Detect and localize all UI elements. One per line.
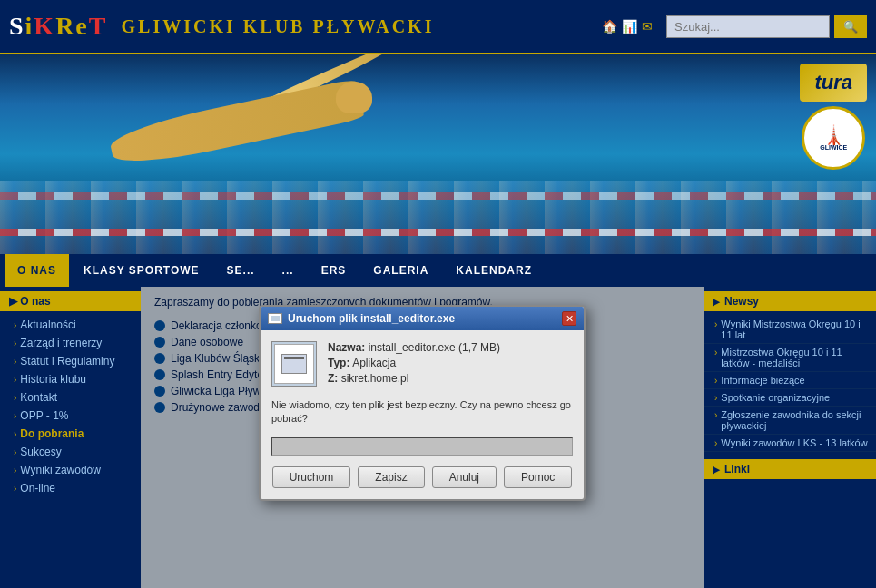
nav-item-kalendarz[interactable]: Kalendarz	[443, 254, 545, 287]
header: SiKReT Gliwicki Klub Pływacki 🏠 📊 ✉ 🔍	[0, 0, 876, 54]
newsy-label: Newsy	[724, 295, 759, 308]
arrow-icon: ›	[714, 438, 717, 448]
arrow-icon: ›	[14, 320, 16, 330]
linki-label: Linki	[724, 463, 750, 475]
sidebar-item-kontakt[interactable]: › Kontakt	[0, 388, 141, 407]
arrow-icon: ›	[14, 411, 16, 421]
arrow-icon: ›	[14, 429, 16, 439]
right-item-wyniki-lks[interactable]: › Wyniki zawodów LKS - 13 latków	[704, 435, 876, 452]
chart-icon[interactable]: 📊	[622, 19, 637, 34]
sidebar-item-dopobrania[interactable]: › Do pobrania	[0, 425, 141, 443]
search-button[interactable]: 🔍	[834, 15, 867, 38]
modal-info: Nazwa: install_eeditor.exe (1,7 MB) Typ:…	[271, 341, 573, 387]
logo-area: SiKReT Gliwicki Klub Pływacki	[9, 12, 434, 41]
modal-type-row: Typ: Aplikacja	[328, 357, 573, 369]
section-arrow-icon: ▶	[713, 465, 720, 475]
modal-cancel-button[interactable]: Anuluj	[432, 466, 497, 488]
gliwice-badge: 🗼 GLIWICE	[802, 106, 865, 170]
hero-swimmer-bg	[0, 54, 876, 254]
arrow-icon: ›	[714, 410, 717, 420]
modal-source-row: Z: sikret.home.pl	[328, 372, 573, 385]
modal-titlebar: Uruchom plik install_eeditor.exe ✕	[261, 307, 584, 330]
modal-file-icon	[271, 341, 317, 387]
modal-type-label: Typ:	[328, 357, 349, 369]
sidebar-section-arrow: ▶	[9, 295, 17, 308]
arrow-icon: ›	[14, 338, 16, 348]
arrow-icon: ›	[714, 376, 717, 386]
sidebar-item-wyniki[interactable]: › Wyniki zawodów	[0, 461, 141, 479]
sidebar-item-opp[interactable]: › OPP - 1%	[0, 407, 141, 425]
mail-icon[interactable]: ✉	[642, 19, 653, 34]
nav-item-klasy[interactable]: Klasy sportowe	[71, 254, 212, 287]
arrow-icon: ›	[14, 447, 16, 457]
club-name: Gliwicki Klub Pływacki	[121, 16, 434, 37]
modal-details: Nazwa: install_eeditor.exe (1,7 MB) Typ:…	[328, 341, 573, 387]
right-item-spotkanie[interactable]: › Spotkanie organizacyjne	[704, 389, 876, 407]
sidebar-item-zarzad[interactable]: › Zarząd i trenerzy	[0, 334, 141, 352]
arrow-icon: ›	[714, 319, 717, 329]
nav-item-onas[interactable]: O nas	[5, 254, 69, 287]
right-item-zgloszenie[interactable]: › Zgłoszenie zawodnika do sekcji pływack…	[704, 407, 876, 435]
modal-run-button[interactable]: Uruchom	[272, 466, 351, 488]
header-icons: 🏠 📊 ✉	[602, 19, 653, 34]
left-sidebar: ▶ O nas › Aktualności › Zarząd i trenerz…	[0, 287, 141, 588]
modal-source-value: sikret.home.pl	[341, 372, 409, 385]
modal-filename-row: Nazwa: install_eeditor.exe (1,7 MB)	[328, 341, 573, 354]
arrow-icon: ›	[14, 393, 16, 403]
sidebar-item-historia[interactable]: › Historia klubu	[0, 370, 141, 388]
home-icon[interactable]: 🏠	[602, 19, 617, 34]
content-area: Zapraszamy do pobierania zamieszczonych …	[141, 287, 704, 588]
sidebar-item-statut[interactable]: › Statut i Regulaminy	[0, 352, 141, 370]
arrow-icon: ›	[714, 393, 717, 403]
arrow-icon: ›	[14, 484, 16, 494]
right-item-mistrz[interactable]: › Mistrzostwa Okręgu 10 i 11 latków - me…	[704, 344, 876, 372]
modal-name-label: Nazwa:	[328, 341, 365, 354]
logo: SiKReT	[9, 12, 107, 41]
modal-title-text: Uruchom plik install_eeditor.exe	[288, 312, 455, 325]
nav-item-se[interactable]: Se...	[214, 254, 268, 287]
arrow-icon: ›	[714, 348, 717, 358]
sidebar-section-onas: ▶ O nas	[0, 291, 141, 311]
hero-logos: tura 🗼 GLIWICE	[800, 64, 867, 170]
hero-banner: tura 🗼 GLIWICE	[0, 54, 876, 254]
modal-body: Nazwa: install_eeditor.exe (1,7 MB) Typ:…	[261, 330, 584, 499]
right-sidebar: ▶ Newsy › Wyniki Mistrzostwa Okręgu 10 i…	[704, 287, 876, 588]
sidebar-item-aktualnosci[interactable]: › Aktualności	[0, 316, 141, 334]
modal-save-button[interactable]: Zapisz	[358, 466, 424, 488]
file-inner-icon	[281, 354, 307, 374]
arrow-icon: ›	[14, 375, 16, 385]
modal-title-icon	[268, 313, 282, 324]
right-item-wyniki-okr[interactable]: › Wyniki Mistrzostwa Okręgu 10 i 11 lat	[704, 316, 876, 344]
nav-item-dots[interactable]: ...	[270, 254, 307, 287]
arrow-icon: ›	[14, 357, 16, 367]
section-arrow-icon: ▶	[713, 297, 720, 307]
modal-close-button[interactable]: ✕	[562, 311, 576, 326]
header-right: 🏠 📊 ✉ 🔍	[602, 15, 867, 38]
right-section-linki: ▶ Linki	[704, 459, 876, 479]
modal-type-value: Aplikacja	[352, 357, 396, 369]
modal-progress-bar	[271, 437, 573, 456]
modal-buttons: Uruchom Zapisz Anuluj Pomoc	[271, 466, 573, 488]
modal-source-label: Z:	[328, 372, 338, 385]
nav-bar: O nas Klasy sportowe Se... ... ers Galer…	[0, 254, 876, 287]
main-layout: ▶ O nas › Aktualności › Zarząd i trenerz…	[0, 287, 876, 588]
right-section-newsy: ▶ Newsy	[704, 291, 876, 311]
nav-item-galeria[interactable]: Galeria	[360, 254, 441, 287]
sidebar-item-sukcesy[interactable]: › Sukcesy	[0, 443, 141, 461]
modal-title-left: Uruchom plik install_eeditor.exe	[268, 312, 455, 325]
sidebar-item-online[interactable]: › On-line	[0, 479, 141, 497]
search-input[interactable]	[666, 15, 830, 38]
tura-badge: tura	[800, 64, 867, 102]
modal-dialog: Uruchom plik install_eeditor.exe ✕ Nazwa…	[259, 305, 586, 501]
right-item-informacje[interactable]: › Informacje bieżące	[704, 372, 876, 389]
arrow-icon: ›	[14, 466, 16, 475]
modal-warning-text: Nie wiadomo, czy ten plik jest bezpieczn…	[271, 398, 573, 426]
modal-overlay: Uruchom plik install_eeditor.exe ✕ Nazwa…	[141, 287, 704, 588]
nav-item-ers[interactable]: ers	[309, 254, 359, 287]
modal-filename: install_eeditor.exe (1,7 MB)	[369, 341, 500, 354]
modal-help-button[interactable]: Pomoc	[504, 466, 572, 488]
